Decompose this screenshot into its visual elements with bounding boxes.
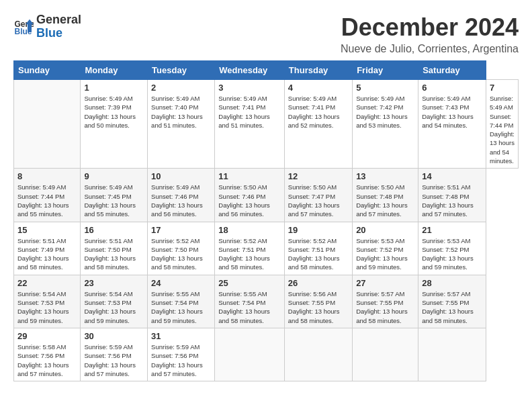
weekday-header-friday: Friday (353, 61, 418, 80)
calendar-cell: 16 Sunrise: 5:51 AM Sunset: 7:50 PM Dayl… (81, 222, 148, 275)
daylight: Daylight: 13 hours and 55 minutes. (84, 201, 136, 218)
day-number: 12 (288, 171, 349, 181)
weekday-header-wednesday: Wednesday (215, 61, 285, 80)
weekday-header-monday: Monday (81, 61, 148, 80)
sunrise: Sunrise: 5:55 AM (151, 290, 200, 298)
daylight: Daylight: 13 hours and 51 minutes. (218, 113, 270, 129)
sunrise: Sunrise: 5:49 AM (288, 95, 337, 102)
day-info: Sunrise: 5:56 AM Sunset: 7:55 PM Dayligh… (288, 289, 349, 325)
sunrise: Sunrise: 5:52 AM (151, 237, 200, 244)
sunrise: Sunrise: 5:49 AM (151, 183, 200, 191)
calendar-cell: 25 Sunrise: 5:55 AM Sunset: 7:54 PM Dayl… (215, 275, 285, 328)
calendar-cell: 24 Sunrise: 5:55 AM Sunset: 7:54 PM Dayl… (148, 275, 215, 328)
calendar-cell: 22 Sunrise: 5:54 AM Sunset: 7:53 PM Dayl… (14, 275, 81, 328)
day-number: 11 (218, 171, 281, 181)
day-info: Sunrise: 5:50 AM Sunset: 7:47 PM Dayligh… (288, 183, 349, 218)
sunrise: Sunrise: 5:59 AM (151, 343, 200, 351)
daylight: Daylight: 13 hours and 58 minutes. (218, 308, 270, 324)
sunset: Sunset: 7:50 PM (151, 246, 198, 253)
weekday-header-tuesday: Tuesday (148, 61, 215, 80)
sunrise: Sunrise: 5:49 AM (218, 95, 267, 102)
daylight: Daylight: 13 hours and 50 minutes. (84, 113, 136, 129)
day-info: Sunrise: 5:50 AM Sunset: 7:46 PM Dayligh… (218, 183, 281, 218)
page-header: General Blue General Blue December 2024 … (13, 13, 519, 55)
day-number: 27 (356, 278, 414, 288)
day-info: Sunrise: 5:54 AM Sunset: 7:53 PM Dayligh… (17, 289, 77, 325)
sunset: Sunset: 7:52 PM (422, 246, 469, 253)
sunrise: Sunrise: 5:54 AM (84, 290, 132, 298)
sunset: Sunset: 7:51 PM (218, 246, 265, 253)
weekday-header-saturday: Saturday (418, 61, 486, 80)
daylight: Daylight: 13 hours and 51 minutes. (151, 113, 203, 129)
sunset: Sunset: 7:55 PM (422, 299, 469, 306)
sunset: Sunset: 7:47 PM (288, 193, 335, 200)
logo: General Blue General Blue (13, 13, 81, 40)
day-number: 25 (218, 278, 281, 288)
daylight: Daylight: 13 hours and 59 minutes. (84, 308, 136, 324)
sunset: Sunset: 7:44 PM (490, 113, 513, 129)
sunrise: Sunrise: 5:51 AM (422, 183, 470, 191)
calendar-cell (215, 328, 285, 381)
sunset: Sunset: 7:50 PM (84, 246, 131, 253)
day-number: 24 (151, 278, 211, 288)
calendar-cell: 21 Sunrise: 5:53 AM Sunset: 7:52 PM Dayl… (418, 222, 486, 275)
day-info: Sunrise: 5:49 AM Sunset: 7:41 PM Dayligh… (218, 94, 281, 130)
day-info: Sunrise: 5:53 AM Sunset: 7:52 PM Dayligh… (356, 236, 414, 272)
daylight: Daylight: 13 hours and 56 minutes. (218, 201, 270, 218)
calendar-week-2: 8 Sunrise: 5:49 AM Sunset: 7:44 PM Dayli… (14, 169, 519, 222)
sunrise: Sunrise: 5:57 AM (356, 290, 404, 298)
daylight: Daylight: 13 hours and 52 minutes. (288, 113, 340, 129)
day-info: Sunrise: 5:55 AM Sunset: 7:54 PM Dayligh… (151, 289, 211, 325)
sunset: Sunset: 7:41 PM (218, 103, 265, 111)
sunset: Sunset: 7:48 PM (422, 193, 469, 200)
day-number: 1 (84, 83, 144, 93)
daylight: Daylight: 13 hours and 55 minutes. (17, 201, 69, 218)
calendar-cell: 19 Sunrise: 5:52 AM Sunset: 7:51 PM Dayl… (284, 222, 352, 275)
sunset: Sunset: 7:46 PM (218, 193, 265, 200)
daylight: Daylight: 13 hours and 58 minutes. (17, 255, 69, 271)
sunset: Sunset: 7:51 PM (288, 246, 335, 253)
calendar-week-4: 22 Sunrise: 5:54 AM Sunset: 7:53 PM Dayl… (14, 275, 519, 328)
day-info: Sunrise: 5:58 AM Sunset: 7:56 PM Dayligh… (17, 342, 77, 378)
weekday-header-thursday: Thursday (284, 61, 352, 80)
sunrise: Sunrise: 5:57 AM (422, 290, 470, 298)
sunrise: Sunrise: 5:49 AM (356, 95, 404, 102)
day-number: 15 (17, 225, 77, 235)
day-number: 26 (288, 278, 349, 288)
day-info: Sunrise: 5:51 AM Sunset: 7:49 PM Dayligh… (17, 236, 77, 272)
daylight: Daylight: 13 hours and 58 minutes. (84, 255, 136, 271)
sunset: Sunset: 7:46 PM (151, 193, 198, 200)
sunset: Sunset: 7:53 PM (84, 299, 131, 306)
day-info: Sunrise: 5:52 AM Sunset: 7:51 PM Dayligh… (218, 236, 281, 272)
sunrise: Sunrise: 5:49 AM (17, 183, 66, 191)
day-number: 23 (84, 278, 144, 288)
weekday-header-sunday: Sunday (14, 61, 81, 80)
daylight: Daylight: 13 hours and 56 minutes. (151, 201, 203, 218)
day-info: Sunrise: 5:49 AM Sunset: 7:42 PM Dayligh… (356, 94, 414, 130)
day-info: Sunrise: 5:49 AM Sunset: 7:40 PM Dayligh… (151, 94, 211, 130)
sunset: Sunset: 7:44 PM (17, 193, 64, 200)
logo-line2: Blue (36, 27, 81, 40)
calendar-cell: 20 Sunrise: 5:53 AM Sunset: 7:52 PM Dayl… (353, 222, 418, 275)
sunset: Sunset: 7:56 PM (84, 352, 131, 359)
daylight: Daylight: 13 hours and 57 minutes. (84, 361, 136, 377)
day-info: Sunrise: 5:57 AM Sunset: 7:55 PM Dayligh… (356, 289, 414, 325)
calendar-cell (284, 328, 352, 381)
day-info: Sunrise: 5:49 AM Sunset: 7:44 PM Dayligh… (490, 94, 515, 165)
day-number: 8 (17, 171, 77, 181)
sunrise: Sunrise: 5:50 AM (288, 183, 337, 191)
sunrise: Sunrise: 5:49 AM (490, 95, 513, 111)
title-block: December 2024 Nueve de Julio, Corrientes… (341, 13, 519, 55)
calendar-cell (14, 80, 81, 169)
day-number: 7 (490, 83, 515, 93)
daylight: Daylight: 13 hours and 58 minutes. (218, 255, 270, 271)
calendar-cell: 14 Sunrise: 5:51 AM Sunset: 7:48 PM Dayl… (418, 169, 486, 222)
sunset: Sunset: 7:55 PM (356, 299, 403, 306)
sunrise: Sunrise: 5:49 AM (84, 95, 132, 102)
sunset: Sunset: 7:40 PM (151, 103, 198, 111)
day-info: Sunrise: 5:51 AM Sunset: 7:50 PM Dayligh… (84, 236, 144, 272)
sunrise: Sunrise: 5:51 AM (84, 237, 132, 244)
day-number: 13 (356, 171, 414, 181)
day-number: 10 (151, 171, 211, 181)
day-number: 28 (422, 278, 482, 288)
